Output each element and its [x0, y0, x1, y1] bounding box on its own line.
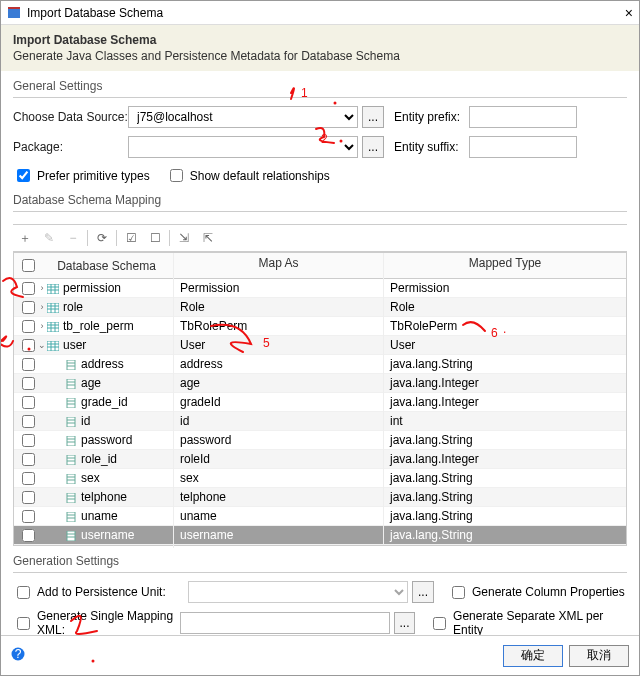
package-select[interactable]	[128, 136, 358, 158]
add-icon[interactable]: ＋	[13, 227, 37, 249]
datasource-browse-button[interactable]: ...	[362, 106, 384, 128]
mapas-cell: gradeId	[174, 392, 384, 412]
svg-rect-40	[67, 474, 75, 484]
row-checkbox[interactable]	[22, 453, 35, 466]
package-browse-button[interactable]: ...	[362, 136, 384, 158]
mapas-cell: User	[174, 335, 384, 355]
expander-icon[interactable]: ›	[37, 283, 47, 293]
mapping-toolbar: ＋ ✎ − ⟳ ☑ ☐ ⇲ ⇱	[13, 224, 627, 252]
table-row[interactable]: usernameusernamejava.lang.String	[14, 526, 626, 545]
cancel-button[interactable]: 取消	[569, 645, 629, 667]
row-checkbox[interactable]	[22, 377, 35, 390]
mappedtype-cell: java.lang.Integer	[384, 392, 626, 412]
schema-cell: user	[63, 338, 86, 352]
schema-cell: username	[81, 528, 134, 542]
refresh-icon[interactable]: ⟳	[90, 227, 114, 249]
prefer-primitive-checkbox[interactable]	[17, 169, 30, 182]
svg-rect-25	[67, 379, 75, 389]
add-to-pu-check[interactable]: Add to Persistence Unit:	[13, 583, 188, 602]
column-icon	[65, 378, 77, 388]
row-checkbox[interactable]	[22, 491, 35, 504]
mappedtype-cell: java.lang.Integer	[384, 373, 626, 393]
remove-icon[interactable]: −	[61, 227, 85, 249]
pu-select[interactable]	[188, 581, 408, 603]
gen-sep-xml-checkbox[interactable]	[433, 617, 446, 630]
add-to-pu-checkbox[interactable]	[17, 586, 30, 599]
table-icon	[47, 340, 59, 350]
generation-heading: Generation Settings	[13, 554, 627, 568]
row-checkbox[interactable]	[22, 510, 35, 523]
general-heading: General Settings	[13, 79, 627, 93]
schema-cell: password	[81, 433, 132, 447]
col-schema-header: Database Schema	[14, 253, 174, 278]
expand-icon[interactable]: ⇲	[172, 227, 196, 249]
svg-rect-46	[67, 512, 75, 522]
row-checkbox[interactable]	[22, 434, 35, 447]
row-checkbox[interactable]	[22, 358, 35, 371]
schema-cell: tb_role_perm	[63, 319, 134, 333]
ok-button[interactable]: 确定	[503, 645, 563, 667]
datasource-select[interactable]: j75@localhost	[128, 106, 358, 128]
single-xml-browse-button[interactable]: ...	[394, 612, 415, 634]
table-icon	[47, 283, 59, 293]
row-checkbox[interactable]	[22, 415, 35, 428]
mappedtype-cell: int	[384, 411, 626, 431]
col-mappedtype-header: Mapped Type	[384, 253, 626, 278]
mapas-cell: telphone	[174, 487, 384, 507]
collapse-icon[interactable]: ⇱	[196, 227, 220, 249]
column-icon	[65, 397, 77, 407]
svg-rect-31	[67, 417, 75, 427]
gen-single-xml-checkbox[interactable]	[17, 617, 30, 630]
pu-browse-button[interactable]: ...	[412, 581, 434, 603]
row-checkbox[interactable]	[22, 282, 35, 295]
svg-rect-34	[67, 436, 75, 446]
close-icon[interactable]: ×	[625, 5, 633, 21]
column-icon	[65, 435, 77, 445]
mapas-cell: id	[174, 411, 384, 431]
gen-col-props-check[interactable]: Generate Column Properties	[448, 583, 625, 602]
entity-suffix-input[interactable]	[469, 136, 577, 158]
show-default-rel-check[interactable]: Show default relationships	[166, 166, 330, 185]
mappedtype-cell: User	[384, 335, 626, 355]
column-icon	[65, 359, 77, 369]
expander-icon[interactable]: ⌄	[37, 340, 47, 350]
select-all-icon[interactable]: ☑	[119, 227, 143, 249]
mapas-cell: roleId	[174, 449, 384, 469]
entity-prefix-input[interactable]	[469, 106, 577, 128]
mapas-cell: Role	[174, 297, 384, 317]
column-icon	[65, 530, 77, 540]
single-xml-input[interactable]	[180, 612, 390, 634]
show-default-rel-checkbox[interactable]	[170, 169, 183, 182]
row-checkbox[interactable]	[22, 301, 35, 314]
expander-icon[interactable]: ›	[37, 302, 47, 312]
schema-cell: address	[81, 357, 124, 371]
svg-text:?: ?	[15, 647, 22, 661]
prefer-primitive-check[interactable]: Prefer primitive types	[13, 166, 150, 185]
entity-suffix-label: Entity suffix:	[394, 140, 469, 154]
mapas-cell: sex	[174, 468, 384, 488]
gen-sep-xml-check[interactable]: Generate Separate XML per Entity	[429, 609, 627, 635]
gen-col-props-checkbox[interactable]	[452, 586, 465, 599]
app-icon	[7, 6, 21, 20]
row-checkbox[interactable]	[22, 472, 35, 485]
banner: Import Database Schema Generate Java Cla…	[1, 25, 639, 71]
mapas-cell: age	[174, 373, 384, 393]
row-checkbox[interactable]	[22, 529, 35, 542]
row-checkbox[interactable]	[22, 339, 35, 352]
schema-cell: role_id	[81, 452, 117, 466]
column-icon	[65, 416, 77, 426]
gen-single-xml-check[interactable]: Generate Single Mapping XML:	[13, 609, 180, 635]
schema-cell: role	[63, 300, 83, 314]
mapas-cell: password	[174, 430, 384, 450]
row-checkbox[interactable]	[22, 396, 35, 409]
help-icon[interactable]: ?	[11, 647, 25, 664]
deselect-all-icon[interactable]: ☐	[143, 227, 167, 249]
mappedtype-cell: java.lang.String	[384, 525, 626, 545]
edit-icon[interactable]: ✎	[37, 227, 61, 249]
table-icon	[47, 302, 59, 312]
row-checkbox[interactable]	[22, 320, 35, 333]
schema-cell: id	[81, 414, 90, 428]
titlebar: Import Database Schema ×	[1, 1, 639, 25]
select-all-rows-checkbox[interactable]	[22, 259, 35, 272]
expander-icon[interactable]: ›	[37, 321, 47, 331]
